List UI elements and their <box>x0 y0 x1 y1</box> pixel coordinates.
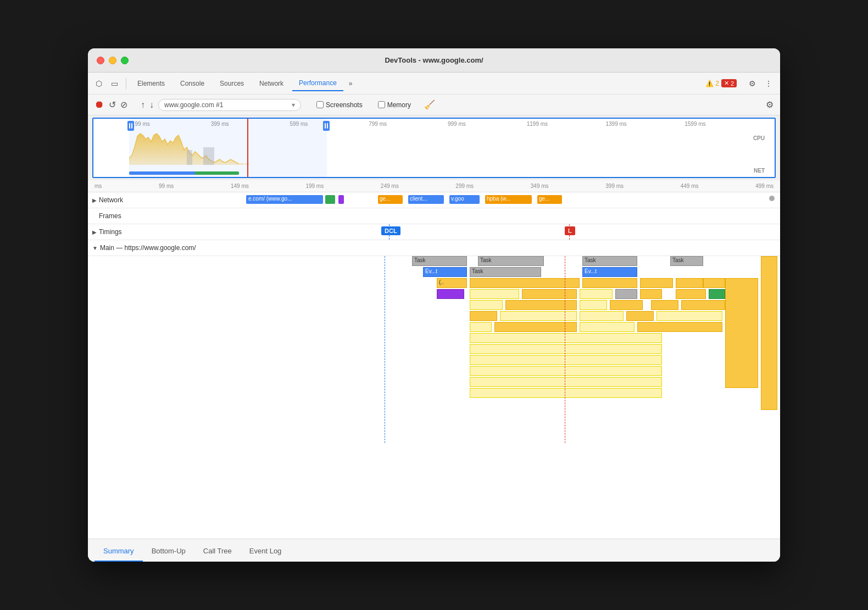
task-block-24[interactable] <box>505 300 577 310</box>
frames-label-area: ▶ Frames <box>92 212 246 220</box>
screenshots-checkbox[interactable] <box>316 101 324 108</box>
task-block-14[interactable] <box>470 289 519 299</box>
dcl-dashed-line <box>389 224 390 240</box>
more-tabs-icon[interactable]: » <box>346 77 356 90</box>
task-block-44[interactable] <box>725 278 758 388</box>
time-marker-1599: 1599 ms <box>685 121 764 127</box>
url-dropdown-icon[interactable]: ▾ <box>292 101 295 109</box>
network-content: e.com/ (www.go... ge... client... v.goo … <box>246 192 776 208</box>
task-block-4[interactable]: Ev...t <box>423 267 467 277</box>
screenshots-toggle[interactable]: Screenshots <box>316 101 363 109</box>
net-bar <box>129 171 239 175</box>
task-block-9[interactable] <box>582 278 637 288</box>
download-icon[interactable]: ↓ <box>149 100 154 110</box>
task-block-7[interactable]: (.. <box>437 278 467 288</box>
reload-icon[interactable]: ↺ <box>109 99 116 110</box>
task-block-40[interactable] <box>470 355 662 365</box>
task-block-39[interactable] <box>470 344 662 354</box>
tab-bottom-up[interactable]: Bottom-Up <box>143 542 194 562</box>
task-block-17[interactable] <box>580 289 613 299</box>
right-pause-handle[interactable] <box>323 121 330 131</box>
tab-network[interactable]: Network <box>253 76 290 91</box>
timeline-overview[interactable]: 199 ms 399 ms 599 ms 799 ms 999 ms 1199 … <box>92 118 776 178</box>
minimize-button[interactable] <box>109 57 116 64</box>
frames-section: ▶ Frames <box>88 208 780 224</box>
clear-icon[interactable]: ⊘ <box>120 99 127 110</box>
task-block-31[interactable] <box>580 311 624 321</box>
task-block-18[interactable] <box>615 289 637 299</box>
broom-icon[interactable]: 🧹 <box>424 99 435 110</box>
cpu-label: CPU <box>753 135 765 141</box>
task-block-23[interactable] <box>470 300 503 310</box>
title-bar: DevTools - www.google.com/ <box>88 48 780 73</box>
ruler-6: 349 ms <box>531 183 549 189</box>
task-block-1[interactable]: Task <box>478 256 544 266</box>
network-label-area: ▶ Network <box>92 196 246 204</box>
network-collapse-icon[interactable]: ▶ <box>92 197 97 203</box>
task-block-21[interactable] <box>709 289 725 299</box>
timings-section: ▶ Timings DCL L <box>88 224 780 240</box>
close-button[interactable] <box>97 57 104 64</box>
maximize-button[interactable] <box>121 57 129 64</box>
record-icon[interactable]: ⏺ <box>94 99 104 110</box>
main-collapse-icon[interactable]: ▼ <box>92 245 98 251</box>
tab-elements[interactable]: Elements <box>131 76 171 91</box>
memory-checkbox[interactable] <box>378 101 385 108</box>
task-block-41[interactable] <box>470 366 662 376</box>
ruler-7: 399 ms <box>605 183 624 189</box>
net-label: NET <box>754 168 765 174</box>
timings-collapse-icon[interactable]: ▶ <box>92 229 97 235</box>
task-block-45[interactable] <box>761 256 777 410</box>
warning-count: 2 <box>715 80 719 87</box>
timings-label-area: ▶ Timings <box>92 228 246 236</box>
tab-call-tree[interactable]: Call Tree <box>194 542 241 562</box>
task-block-16[interactable] <box>522 289 577 299</box>
task-block-10[interactable] <box>640 278 673 288</box>
task-block-34[interactable] <box>470 322 492 332</box>
task-block-38[interactable] <box>470 333 662 343</box>
tab-performance[interactable]: Performance <box>292 76 343 91</box>
task-block-32[interactable] <box>626 311 654 321</box>
task-block-43[interactable] <box>470 388 662 398</box>
task-block-26[interactable] <box>610 300 643 310</box>
task-block-11[interactable] <box>676 278 703 288</box>
flame-detail-area[interactable]: ▶ Network e.com/ (www.go... ge... client… <box>88 192 780 539</box>
task-block-27[interactable] <box>651 300 678 310</box>
net-item-2 <box>325 195 335 204</box>
playhead-line <box>247 119 248 177</box>
upload-icon[interactable]: ↑ <box>141 100 145 110</box>
task-block-0[interactable]: Task <box>412 256 467 266</box>
time-marker-1199: 1199 ms <box>527 121 606 127</box>
task-block-42[interactable] <box>470 377 662 387</box>
task-block-29[interactable] <box>470 311 497 321</box>
ruler-5: 299 ms <box>455 183 474 189</box>
task-block-2[interactable]: Task <box>582 256 637 266</box>
task-block-6[interactable]: Ev...t <box>582 267 637 277</box>
task-block-28[interactable] <box>681 300 725 310</box>
settings-icon[interactable]: ⚙ <box>745 77 759 90</box>
task-block-20[interactable] <box>676 289 706 299</box>
task-block-3[interactable]: Task <box>670 256 703 266</box>
tab-summary[interactable]: Summary <box>94 542 143 562</box>
cursor-icon[interactable]: ⬡ <box>92 77 105 90</box>
task-block-33[interactable] <box>656 311 722 321</box>
task-block-25[interactable] <box>580 300 607 310</box>
perf-settings-icon[interactable]: ⚙ <box>766 99 774 110</box>
tab-event-log[interactable]: Event Log <box>241 542 291 562</box>
more-options-icon[interactable]: ⋮ <box>761 77 776 90</box>
task-block-19[interactable] <box>640 289 662 299</box>
memory-toggle[interactable]: Memory <box>378 101 411 109</box>
task-l-line <box>565 256 565 443</box>
tab-console[interactable]: Console <box>174 76 211 91</box>
tab-sources[interactable]: Sources <box>213 76 251 91</box>
task-block-5[interactable]: Task <box>470 267 541 277</box>
task-block-8[interactable] <box>470 278 580 288</box>
task-block-15[interactable] <box>437 289 464 299</box>
device-icon[interactable]: ▭ <box>108 77 121 90</box>
task-block-36[interactable] <box>580 322 635 332</box>
task-block-12[interactable] <box>703 278 725 288</box>
task-block-30[interactable] <box>500 311 577 321</box>
left-pause-handle[interactable] <box>127 121 134 131</box>
net-item-7: hpba (w... <box>485 195 532 204</box>
task-block-37[interactable] <box>637 322 722 332</box>
